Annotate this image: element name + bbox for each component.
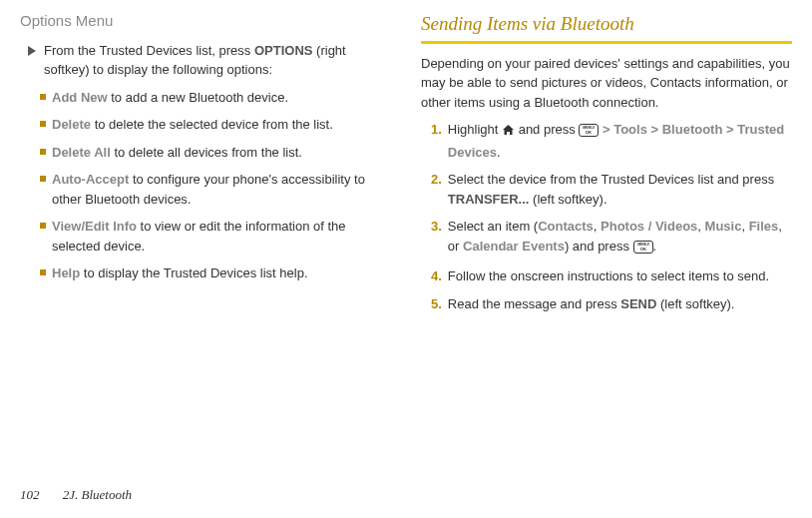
- option-delete: Delete to delete the selected device fro…: [40, 115, 391, 135]
- options-menu-heading: Options Menu: [20, 10, 391, 33]
- nav-tools: Tools: [613, 122, 647, 137]
- square-bullet-icon: [40, 223, 46, 229]
- option-label: View/Edit Info: [52, 219, 137, 234]
- sending-items-heading: Sending Items via Bluetooth: [421, 10, 792, 39]
- square-bullet-icon: [40, 149, 46, 155]
- step5-text-a: Read the message and press: [448, 296, 620, 311]
- item-calendar-events: Calendar Events: [463, 239, 565, 254]
- option-auto-accept: Auto-Accept to configure your phone's ac…: [40, 170, 391, 209]
- intro-text-a: From the Trusted Devices list, press: [44, 43, 254, 58]
- step-2: 2. Select the device from the Trusted De…: [431, 170, 792, 209]
- item-music: Music: [705, 219, 742, 234]
- step3-dot: .: [653, 239, 657, 254]
- option-text: to add a new Bluetooth device.: [108, 90, 288, 105]
- step-number: 5.: [431, 294, 442, 314]
- section-intro: Depending on your paired devices' settin…: [421, 54, 792, 113]
- home-icon: [502, 122, 515, 142]
- step1-dot: .: [497, 145, 501, 160]
- step5-text-b: (left softkey).: [656, 296, 734, 311]
- option-delete-all: Delete All to delete all devices from th…: [40, 143, 391, 163]
- nav-sep: >: [599, 122, 613, 137]
- heading-divider: [421, 41, 792, 44]
- svg-text:OK: OK: [586, 130, 592, 135]
- send-label: SEND: [620, 296, 656, 311]
- option-label: Add New: [52, 90, 108, 105]
- step-1: 1. Highlight and press MENU/OK > Tools >…: [431, 120, 792, 162]
- item-photos-videos: Photos / Videos: [601, 219, 697, 234]
- option-label: Auto-Accept: [52, 172, 129, 187]
- sep: ,: [594, 219, 601, 234]
- left-column: Options Menu From the Trusted Devices li…: [20, 10, 391, 321]
- options-label: OPTIONS: [254, 43, 313, 58]
- option-text: to display the Trusted Devices list help…: [80, 265, 307, 280]
- page-number: 102: [20, 487, 40, 502]
- step-number: 4.: [431, 266, 442, 286]
- nav-sep: >: [722, 122, 737, 137]
- square-bullet-icon: [40, 94, 46, 100]
- footer-section: 2J. Bluetooth: [63, 487, 132, 502]
- square-bullet-icon: [40, 176, 46, 182]
- triangle-bullet-icon: [28, 46, 36, 56]
- step1-text-b: and press: [515, 122, 579, 137]
- svg-text:OK: OK: [639, 247, 645, 252]
- step-number: 3.: [431, 217, 442, 259]
- menu-ok-key-icon: MENU/OK: [633, 240, 653, 259]
- intro-block: From the Trusted Devices list, press OPT…: [28, 41, 391, 80]
- option-label: Delete: [52, 117, 91, 132]
- step-5: 5. Read the message and press SEND (left…: [431, 294, 792, 314]
- nav-bluetooth: Bluetooth: [662, 122, 723, 137]
- transfer-label: TRANSFER...: [448, 192, 530, 207]
- page-footer: 102 2J. Bluetooth: [20, 485, 132, 505]
- option-view-edit: View/Edit Info to view or edit the infor…: [40, 217, 391, 256]
- step-3: 3. Select an item (Contacts, Photos / Vi…: [431, 217, 792, 259]
- item-files: Files: [749, 219, 779, 234]
- option-add-new: Add New to add a new Bluetooth device.: [40, 88, 391, 108]
- square-bullet-icon: [40, 269, 46, 275]
- step-number: 1.: [431, 120, 442, 162]
- item-contacts: Contacts: [538, 219, 594, 234]
- sep: ,: [697, 219, 704, 234]
- option-label: Delete All: [52, 145, 111, 160]
- step3-text-b: ) and press: [565, 239, 633, 254]
- option-text: to delete all devices from the list.: [111, 145, 302, 160]
- option-help: Help to display the Trusted Devices list…: [40, 263, 391, 283]
- menu-ok-key-icon: MENU/OK: [579, 123, 599, 143]
- step1-text-a: Highlight: [448, 122, 502, 137]
- option-text: to delete the selected device from the l…: [91, 117, 333, 132]
- step4-text: Follow the onscreen instructions to sele…: [448, 266, 792, 286]
- sep: ,: [741, 219, 748, 234]
- right-column: Sending Items via Bluetooth Depending on…: [421, 10, 792, 321]
- step2-text-b: (left softkey).: [529, 192, 607, 207]
- step-4: 4. Follow the onscreen instructions to s…: [431, 266, 792, 286]
- square-bullet-icon: [40, 121, 46, 127]
- nav-sep: >: [647, 122, 662, 137]
- option-label: Help: [52, 265, 80, 280]
- step-number: 2.: [431, 170, 442, 209]
- step3-text-a: Select an item (: [448, 219, 538, 234]
- step2-text-a: Select the device from the Trusted Devic…: [448, 172, 774, 187]
